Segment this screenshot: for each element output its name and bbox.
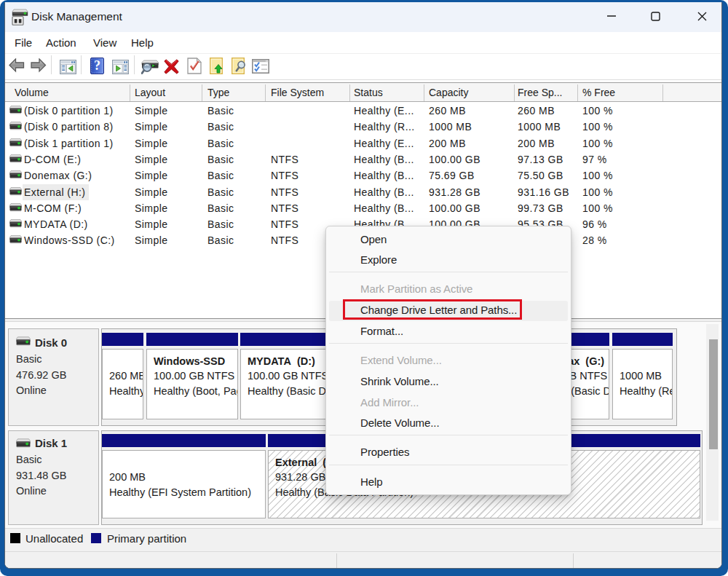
svg-text:?: ? — [94, 58, 100, 73]
